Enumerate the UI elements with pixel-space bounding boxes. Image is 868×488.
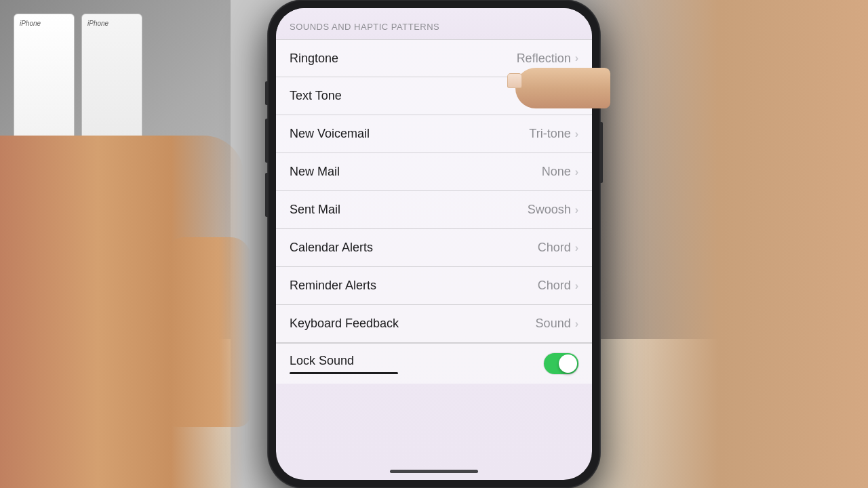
- background-left: iPhone iPhone: [0, 0, 231, 488]
- reminder-alerts-value: Chord: [538, 279, 571, 293]
- new-voicemail-value: Tri-tone: [529, 127, 570, 141]
- new-voicemail-chevron: ›: [575, 128, 578, 140]
- reminder-alerts-label: Reminder Alerts: [290, 279, 376, 293]
- new-voicemail-value-group: Tri-tone ›: [529, 127, 578, 141]
- toggle-knob: [559, 354, 577, 373]
- reminder-alerts-chevron: ›: [575, 280, 578, 292]
- settings-screen: SOUNDS AND HAPTIC PATTERNS Ringtone Refl…: [276, 8, 592, 480]
- new-mail-value-group: None ›: [542, 165, 578, 179]
- ringtone-value-group: Reflection ›: [517, 52, 578, 66]
- section-header-text: SOUNDS AND HAPTIC PATTERNS: [290, 22, 439, 32]
- keyboard-feedback-label: Keyboard Feedback: [290, 317, 399, 331]
- right-box-label: iPhone: [812, 16, 832, 22]
- text-tone-label: Text Tone: [290, 89, 342, 103]
- new-mail-row[interactable]: New Mail None ›: [276, 153, 592, 191]
- phone-device: SOUNDS AND HAPTIC PATTERNS Ringtone Refl…: [268, 0, 600, 488]
- phone-wrapper: SOUNDS AND HAPTIC PATTERNS Ringtone Refl…: [268, 0, 600, 488]
- lock-sound-bar: [290, 372, 398, 374]
- background-scene: iPhone iPhone iPhone XPERIA: [0, 0, 868, 488]
- sent-mail-value-group: Swoosh ›: [528, 203, 578, 217]
- calendar-alerts-value: Chord: [538, 241, 571, 255]
- text-tone-value-group: Note ›: [545, 89, 578, 103]
- keyboard-feedback-value: Sound: [536, 317, 571, 331]
- right-box-label-2: XPERIA: [757, 16, 778, 22]
- home-indicator: [390, 470, 478, 473]
- calendar-alerts-row[interactable]: Calendar Alerts Chord ›: [276, 229, 592, 267]
- ringtone-label: Ringtone: [290, 52, 338, 66]
- sent-mail-chevron: ›: [575, 204, 578, 216]
- text-tone-value: Note: [545, 89, 571, 103]
- section-header: SOUNDS AND HAPTIC PATTERNS: [276, 8, 592, 39]
- box-label-1: iPhone: [20, 20, 68, 27]
- background-right: iPhone XPERIA: [570, 0, 868, 488]
- lock-sound-left: Lock Sound: [290, 354, 398, 374]
- sent-mail-row[interactable]: Sent Mail Swoosh ›: [276, 191, 592, 229]
- reminder-alerts-value-group: Chord ›: [538, 279, 578, 293]
- new-mail-value: None: [542, 165, 571, 179]
- calendar-alerts-chevron: ›: [575, 242, 578, 254]
- new-mail-label: New Mail: [290, 165, 340, 179]
- new-voicemail-row[interactable]: New Voicemail Tri-tone ›: [276, 115, 592, 153]
- calendar-alerts-label: Calendar Alerts: [290, 241, 373, 255]
- new-mail-chevron: ›: [575, 166, 578, 178]
- lock-sound-row[interactable]: Lock Sound: [276, 343, 592, 384]
- text-tone-chevron: ›: [575, 90, 578, 102]
- phone-screen: SOUNDS AND HAPTIC PATTERNS Ringtone Refl…: [276, 8, 592, 480]
- box-label-2: iPhone: [87, 20, 136, 27]
- ringtone-row[interactable]: Ringtone Reflection ›: [276, 39, 592, 77]
- side-button-vol-down: [265, 173, 268, 217]
- reminder-alerts-row[interactable]: Reminder Alerts Chord ›: [276, 267, 592, 305]
- sent-mail-label: Sent Mail: [290, 203, 340, 217]
- lock-sound-toggle[interactable]: [544, 353, 578, 374]
- sent-mail-value: Swoosh: [528, 203, 571, 217]
- side-button-silent: [265, 81, 268, 105]
- text-tone-row[interactable]: Text Tone Note ›: [276, 77, 592, 115]
- new-voicemail-label: New Voicemail: [290, 127, 370, 141]
- side-button-vol-up: [265, 119, 268, 163]
- lock-sound-label: Lock Sound: [290, 354, 398, 368]
- calendar-alerts-value-group: Chord ›: [538, 241, 578, 255]
- ringtone-chevron: ›: [575, 52, 578, 64]
- keyboard-feedback-value-group: Sound ›: [536, 317, 578, 331]
- keyboard-feedback-chevron: ›: [575, 318, 578, 330]
- ringtone-value: Reflection: [517, 52, 571, 66]
- side-button-power: [600, 122, 603, 183]
- keyboard-feedback-row[interactable]: Keyboard Feedback Sound ›: [276, 305, 592, 343]
- settings-list: Ringtone Reflection › Text Tone Note: [276, 39, 592, 480]
